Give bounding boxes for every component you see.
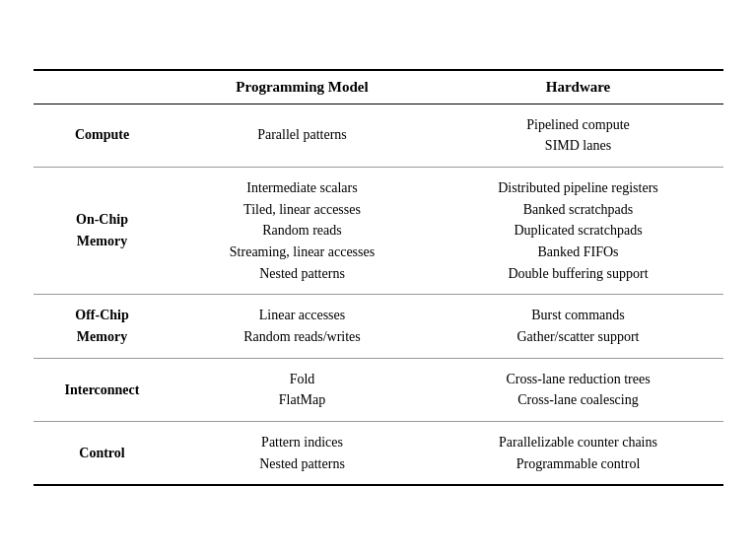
row-label-1: On-ChipMemory: [34, 167, 172, 294]
row-programming-3: FoldFlatMap: [172, 358, 434, 421]
row-hardware-3: Cross-lane reduction treesCross-lane coa…: [434, 358, 723, 421]
table-row: ComputeParallel patternsPipelined comput…: [34, 104, 723, 167]
row-programming-1: Intermediate scalarsTiled, linear access…: [172, 167, 434, 294]
row-label-0: Compute: [34, 104, 172, 167]
row-programming-4: Pattern indicesNested patterns: [172, 422, 434, 486]
row-programming-2: Linear accessesRandom reads/writes: [172, 295, 434, 358]
table-row: ControlPattern indicesNested patternsPar…: [34, 422, 723, 486]
header-col3: Hardware: [434, 70, 723, 104]
row-label-4: Control: [34, 422, 172, 486]
row-programming-0: Parallel patterns: [172, 104, 434, 167]
table-row: Off-ChipMemoryLinear accessesRandom read…: [34, 295, 723, 358]
row-hardware-1: Distributed pipeline registersBanked scr…: [434, 167, 723, 294]
row-label-3: Interconnect: [34, 358, 172, 421]
header-col2: Programming Model: [172, 70, 434, 104]
header-col1: [34, 70, 172, 104]
header-row: Programming Model Hardware: [34, 70, 723, 104]
content-table: Programming Model Hardware ComputeParall…: [34, 69, 723, 487]
main-table-wrapper: Programming Model Hardware ComputeParall…: [34, 69, 723, 487]
table-row: On-ChipMemoryIntermediate scalarsTiled, …: [34, 167, 723, 294]
table-row: InterconnectFoldFlatMapCross-lane reduct…: [34, 358, 723, 421]
row-hardware-4: Parallelizable counter chainsProgrammabl…: [434, 422, 723, 486]
row-hardware-0: Pipelined computeSIMD lanes: [434, 104, 723, 167]
row-label-2: Off-ChipMemory: [34, 295, 172, 358]
row-hardware-2: Burst commandsGather/scatter support: [434, 295, 723, 358]
